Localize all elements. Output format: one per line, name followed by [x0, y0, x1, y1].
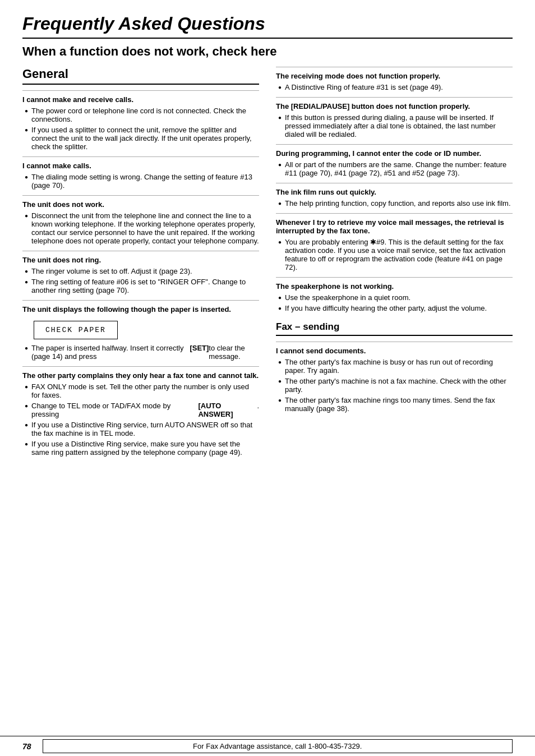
faq-bullets-2: The dialing mode setting is wrong. Chang…: [22, 173, 259, 190]
list-item: The paper is inserted halfway. Insert it…: [25, 344, 259, 361]
key-set: [SET]: [190, 344, 209, 352]
lcd-display: CHECK PAPER: [34, 321, 118, 339]
list-item: If this button is pressed during dialing…: [278, 113, 513, 139]
page: Frequently Asked Questions When a functi…: [0, 0, 535, 756]
list-item: The help printing function, copy functio…: [278, 199, 513, 208]
faq-bullets-1: The power cord or telephone line cord is…: [22, 107, 259, 151]
page-title: Frequently Asked Questions: [22, 13, 513, 39]
main-columns: General I cannot make and receive calls.…: [22, 67, 513, 462]
faq-block-other-party-fax-tone: The other party complains they only hear…: [22, 366, 259, 457]
faq-block-speakerphone: The speakerphone is not working. Use the…: [276, 277, 513, 312]
faq-question-r2: The [REDIAL/PAUSE] button does not funct…: [276, 102, 513, 110]
faq-block-unit-not-ring: The unit does not ring. The ringer volum…: [22, 251, 259, 294]
display-box-container: CHECK PAPER: [22, 316, 259, 344]
list-item: If you have difficulty hearing the other…: [278, 304, 513, 312]
faq-block-check-paper: The unit displays the following though t…: [22, 300, 259, 361]
list-item: If you used a splitter to connect the un…: [25, 126, 259, 151]
faq-bullets-4: The ringer volume is set to off. Adjust …: [22, 267, 259, 294]
faq-block-cannot-make: I cannot make calls. The dialing mode se…: [22, 156, 259, 190]
faq-question-6: The other party complains they only hear…: [22, 371, 259, 380]
faq-bullets-r4: The help printing function, copy functio…: [276, 199, 513, 208]
faq-question-r1: The receiving mode does not function pro…: [276, 72, 513, 80]
list-item: The other party's fax machine rings too …: [278, 396, 513, 413]
faq-block-programming-code: During programming, I cannot enter the c…: [276, 144, 513, 177]
list-item: The other party's fax machine is busy or…: [278, 358, 513, 375]
list-item: If you use a Distinctive Ring service, t…: [25, 421, 259, 437]
footer: 78 For Fax Advantage assistance, call 1-…: [0, 736, 535, 756]
general-section-title: General: [22, 67, 259, 85]
faq-question-r6: The speakerphone is not working.: [276, 282, 513, 291]
faq-block-receiving-mode: The receiving mode does not function pro…: [276, 67, 513, 91]
left-column: General I cannot make and receive calls.…: [22, 67, 259, 462]
list-item: The ring setting of feature #06 is set t…: [25, 278, 259, 294]
faq-question-r5: Whenever I try to retrieve my voice mail…: [276, 218, 513, 235]
fax-sending-section-title: Fax – sending: [276, 321, 513, 336]
faq-question-fax1: I cannot send documents.: [276, 347, 513, 355]
faq-bullets-6: FAX ONLY mode is set. Tell the other par…: [22, 382, 259, 457]
footer-assistance-text: For Fax Advantage assistance, call 1-800…: [43, 739, 513, 753]
faq-question-5: The unit displays the following though t…: [22, 305, 259, 314]
list-item: The power cord or telephone line cord is…: [25, 107, 259, 123]
faq-block-cannot-send: I cannot send documents. The other party…: [276, 342, 513, 413]
key-auto-answer: [AUTO ANSWER]: [198, 402, 257, 418]
list-item: A Distinctive Ring of feature #31 is set…: [278, 83, 513, 91]
faq-bullets-r6: Use the speakerphone in a quiet room. If…: [276, 293, 513, 312]
faq-question-3: The unit does not work.: [22, 200, 259, 209]
faq-bullets-r2: If this button is pressed during dialing…: [276, 113, 513, 139]
faq-bullets-3: Disconnect the unit from the telephone l…: [22, 211, 259, 245]
faq-block-ink-film: The ink film runs out quickly. The help …: [276, 183, 513, 208]
faq-bullets-r3: All or part of the numbers are the same.…: [276, 160, 513, 177]
faq-block-unit-not-work: The unit does not work. Disconnect the u…: [22, 195, 259, 245]
list-item: The ringer volume is set to off. Adjust …: [25, 267, 259, 275]
list-item: Disconnect the unit from the telephone l…: [25, 211, 259, 245]
faq-question-r4: The ink film runs out quickly.: [276, 188, 513, 196]
faq-question-r3: During programming, I cannot enter the c…: [276, 149, 513, 158]
section-subtitle: When a function does not work, check her…: [22, 44, 513, 59]
faq-bullets-r1: A Distinctive Ring of feature #31 is set…: [276, 83, 513, 91]
list-item: If you use a Distinctive Ring service, m…: [25, 440, 259, 457]
list-item: The other party's machine is not a fax m…: [278, 377, 513, 394]
faq-block-voicemail: Whenever I try to retrieve my voice mail…: [276, 213, 513, 271]
faq-question-1: I cannot make and receive calls.: [22, 95, 259, 104]
faq-question-2: I cannot make calls.: [22, 162, 259, 170]
right-column: The receiving mode does not function pro…: [276, 67, 513, 462]
faq-question-4: The unit does not ring.: [22, 256, 259, 264]
list-item: The dialing mode setting is wrong. Chang…: [25, 173, 259, 190]
list-item: All or part of the numbers are the same.…: [278, 160, 513, 177]
faq-bullets-5: The paper is inserted halfway. Insert it…: [22, 344, 259, 361]
list-item: Change to TEL mode or TAD/FAX mode by pr…: [25, 402, 259, 418]
list-item: You are probably entering ✱#9. This is t…: [278, 238, 513, 271]
faq-bullets-fax1: The other party's fax machine is busy or…: [276, 358, 513, 413]
faq-block-cannot-make-receive: I cannot make and receive calls. The pow…: [22, 90, 259, 151]
list-item: Use the speakerphone in a quiet room.: [278, 293, 513, 302]
faq-bullets-r5: You are probably entering ✱#9. This is t…: [276, 238, 513, 271]
list-item: FAX ONLY mode is set. Tell the other par…: [25, 382, 259, 399]
faq-block-redial-pause: The [REDIAL/PAUSE] button does not funct…: [276, 97, 513, 139]
page-number: 78: [22, 742, 31, 751]
